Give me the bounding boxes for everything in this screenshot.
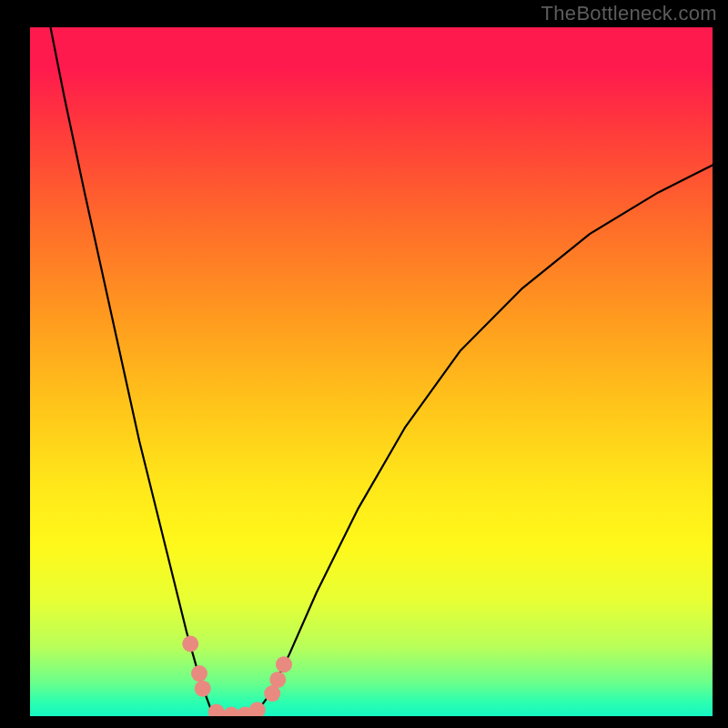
curve-layer — [30, 27, 713, 716]
chart-frame: TheBottleneck.com — [0, 0, 728, 728]
plot-area — [30, 27, 713, 716]
watermark-text: TheBottleneck.com — [541, 2, 717, 25]
data-marker — [269, 672, 286, 688]
bottleneck-curve — [51, 27, 713, 716]
data-marker — [191, 665, 207, 682]
data-marker — [195, 681, 211, 697]
data-marker — [182, 636, 198, 652]
data-marker — [276, 656, 292, 672]
